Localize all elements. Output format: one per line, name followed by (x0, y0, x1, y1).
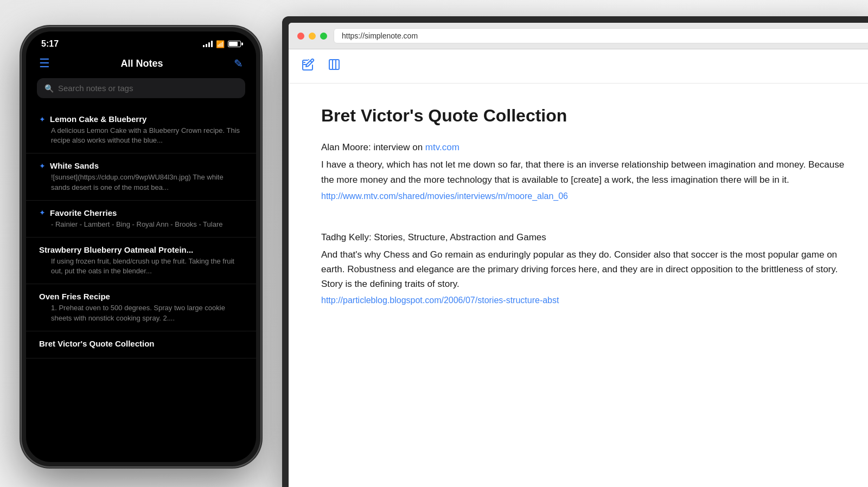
address-bar[interactable]: https://simplenote.com (334, 28, 868, 43)
quote-text-1: I have a theory, which has not let me do… (321, 157, 846, 187)
note-title: Lemon Cake & Blueberry (50, 114, 146, 124)
pin-icon: ✦ (39, 208, 46, 217)
quote-author-link-1[interactable]: mtv.com (425, 142, 459, 152)
note-header: Strawberry Blueberry Oatmeal Protein... (39, 245, 243, 254)
battery-fill (229, 42, 238, 46)
note-title: Bret Victor's Quote Collection (39, 339, 155, 348)
wifi-icon: 📶 (216, 40, 225, 48)
svg-rect-3 (329, 60, 339, 69)
header-title: All Notes (120, 58, 163, 69)
signal-icon (203, 41, 213, 47)
status-bar: 5:17 📶 (26, 31, 256, 52)
list-item[interactable]: ✦ White Sands ![sunset](https://cldup.co… (26, 153, 256, 200)
note-header: ✦ Favorite Cherries (39, 208, 243, 217)
app-header: ☰ All Notes ✎ (26, 52, 256, 78)
laptop-screen: https://simplenote.com (289, 23, 868, 487)
note-preview: 1. Preheat oven to 500 degrees. Spray tw… (51, 303, 243, 323)
quote-author-1: Alan Moore: interview on mtv.com (321, 142, 846, 153)
traffic-light-yellow[interactable] (309, 33, 316, 40)
list-item[interactable]: Oven Fries Recipe 1. Preheat oven to 500… (26, 284, 256, 331)
phone-mockup: 5:17 📶 ☰ All Notes ✎ 🔍 (22, 27, 271, 472)
traffic-light-red[interactable] (297, 33, 304, 40)
laptop-body: https://simplenote.com (282, 16, 868, 487)
search-icon: 🔍 (44, 84, 54, 93)
svg-line-0 (310, 61, 312, 62)
note-preview: A delicious Lemon Cake with a Blueberry … (51, 126, 243, 145)
search-placeholder: Search notes or tags (58, 84, 133, 93)
phone-screen: 5:17 📶 ☰ All Notes ✎ 🔍 (26, 31, 256, 462)
list-item[interactable]: ✦ Favorite Cherries - Rainier - Lambert … (26, 201, 256, 238)
app-toolbar (289, 49, 868, 84)
quote-text-2: And that's why Chess and Go remain as en… (321, 247, 846, 292)
search-bar[interactable]: 🔍 Search notes or tags (37, 78, 245, 98)
note-title: Strawberry Blueberry Oatmeal Protein... (39, 245, 193, 254)
traffic-lights (297, 33, 327, 40)
quote-url-2[interactable]: http://particleblog.blogspot.com/2006/07… (321, 296, 559, 305)
traffic-light-green[interactable] (320, 33, 327, 40)
layout-button[interactable] (326, 56, 343, 76)
note-title: Oven Fries Recipe (39, 292, 110, 301)
note-header: ✦ White Sands (39, 161, 243, 170)
note-header: Oven Fries Recipe (39, 292, 243, 301)
list-item[interactable]: Bret Victor's Quote Collection (26, 331, 256, 358)
list-item[interactable]: ✦ Lemon Cake & Blueberry A delicious Lem… (26, 107, 256, 153)
quote-author-2: Tadhg Kelly: Stories, Structure, Abstrac… (321, 232, 846, 243)
note-content-area[interactable]: Bret Victor's Quote Collection Alan Moor… (289, 84, 868, 487)
notes-list: ✦ Lemon Cake & Blueberry A delicious Lem… (26, 107, 256, 358)
list-item[interactable]: Strawberry Blueberry Oatmeal Protein... … (26, 238, 256, 284)
new-note-button[interactable] (299, 56, 317, 76)
pin-icon: ✦ (39, 115, 46, 124)
pin-icon: ✦ (39, 162, 46, 170)
note-header: ✦ Lemon Cake & Blueberry (39, 114, 243, 124)
quote-section-2: Tadhg Kelly: Stories, Structure, Abstrac… (321, 232, 846, 306)
battery-icon (228, 41, 241, 47)
new-note-icon[interactable]: ✎ (234, 57, 243, 70)
note-preview: ![sunset](https://cldup.com/9wpWU84l3n.j… (51, 172, 243, 192)
note-preview: - Rainier - Lambert - Bing - Royal Ann -… (51, 220, 243, 229)
laptop-mockup: https://simplenote.com (282, 16, 868, 487)
note-preview: If using frozen fruit, blend/crush up th… (51, 257, 243, 276)
note-main-title: Bret Victor's Quote Collection (321, 105, 846, 126)
quote-url-1[interactable]: http://www.mtv.com/shared/movies/intervi… (321, 191, 568, 201)
browser-chrome: https://simplenote.com (289, 23, 868, 49)
note-title: Favorite Cherries (50, 208, 117, 217)
note-title: White Sands (50, 161, 99, 170)
divider (321, 219, 846, 219)
quote-section-1: Alan Moore: interview on mtv.com I have … (321, 142, 846, 201)
note-header: Bret Victor's Quote Collection (39, 339, 243, 348)
phone-body: 5:17 📶 ☰ All Notes ✎ 🔍 (22, 27, 260, 466)
status-icons: 📶 (203, 40, 241, 48)
status-time: 5:17 (41, 39, 59, 49)
menu-icon[interactable]: ☰ (39, 56, 50, 71)
